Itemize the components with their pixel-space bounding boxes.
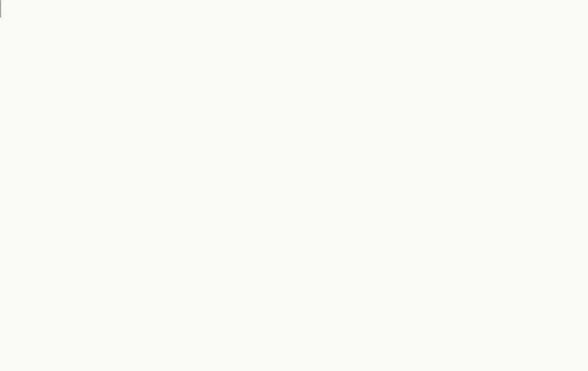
web-browser-panel: Web浏览器 ✕ ⚙▾ >_ ← → helloworld click me xyxy=(0,0,1,18)
browser-toolbar: ⚙▾ >_ ← → xyxy=(1,17,1,18)
